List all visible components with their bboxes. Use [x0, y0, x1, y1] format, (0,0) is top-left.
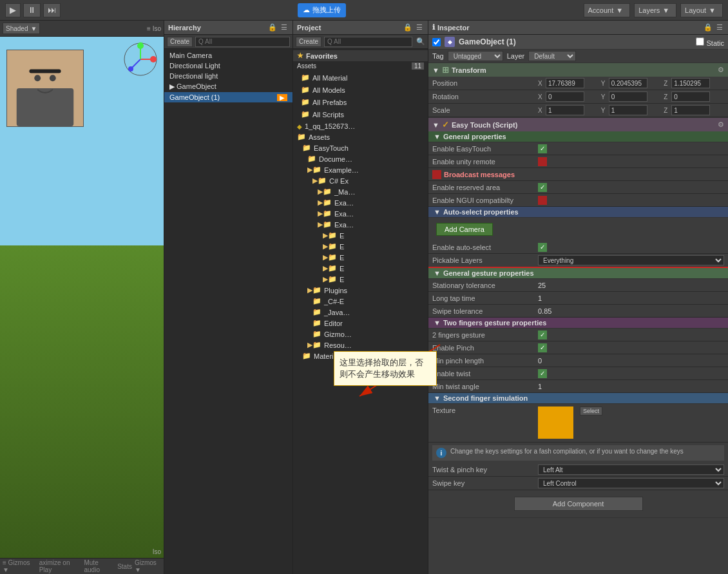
enable-easy-touch-check[interactable]: ✓ — [538, 144, 547, 153]
enable-reserved-check[interactable]: ✓ — [538, 183, 547, 192]
two-fingers-gesture-row: 2 fingers gesture ✓ — [428, 329, 728, 341]
ma-folder[interactable]: ▶📁 _Ma… — [314, 186, 428, 197]
layer-select[interactable]: Default — [528, 51, 576, 61]
enable-unity-remote-check[interactable] — [538, 157, 547, 166]
mute-audio-btn[interactable]: Mute audio — [84, 559, 112, 573]
rotation-z-input[interactable] — [671, 91, 710, 102]
twist-pinch-key-select[interactable]: Left Alt — [538, 464, 724, 475]
scale-x-input[interactable] — [546, 105, 584, 115]
csharp-e-folder[interactable]: 📁 _C#-E — [309, 296, 428, 307]
two-fingers-gesture-check[interactable]: ✓ — [538, 330, 547, 340]
assets-folder[interactable]: 📁 Assets — [293, 131, 428, 142]
rotation-x-input[interactable] — [546, 91, 584, 102]
position-z-input[interactable] — [671, 78, 710, 88]
add-component-button[interactable]: Add Component — [514, 497, 643, 511]
project-file-ref[interactable]: ◆ 1_qq_152673… — [293, 121, 428, 131]
hierarchy-item-dir-light1[interactable]: Directional Light — [164, 61, 292, 71]
transform-header[interactable]: ▼ ⊞ Transform ⚙ — [428, 63, 728, 77]
auto-select-header[interactable]: ▼ Auto-select properties — [428, 207, 728, 218]
exa2-folder[interactable]: ▶📁 Exa… — [314, 208, 428, 219]
pickable-layers-select[interactable]: Everything — [538, 255, 724, 265]
easytouch-folder[interactable]: 📁 EasyTouch — [298, 142, 428, 153]
e5-folder[interactable]: ▶📁 E — [319, 274, 428, 285]
enable-twist-check[interactable]: ✓ — [538, 369, 547, 378]
fav-all-materials[interactable]: 📁 All Material — [297, 72, 351, 83]
hierarchy-item-dir-light2[interactable]: Directional light — [164, 71, 292, 81]
texture-select-button[interactable]: Select — [580, 407, 602, 416]
transform-gear-icon[interactable]: ⚙ — [718, 66, 724, 74]
project-lock-icon[interactable]: 🔒 — [402, 23, 414, 32]
plugins-folder[interactable]: ▶📁 Plugins — [303, 285, 428, 296]
rotation-y-input[interactable] — [609, 91, 647, 102]
easy-touch-icon: ✓ — [442, 120, 449, 129]
scale-y-input[interactable] — [609, 105, 647, 115]
layers-dropdown[interactable]: Layers ▼ — [634, 3, 676, 17]
two-fingers-header[interactable]: ▼ Two fingers gesture properties — [428, 318, 728, 329]
docume-folder[interactable]: 📁 Docume… — [303, 153, 428, 164]
add-camera-button[interactable]: Add Camera — [436, 223, 493, 236]
stats-btn[interactable]: Stats — [117, 563, 132, 570]
example-folder[interactable]: ▶📁 Example… — [303, 164, 428, 175]
enable-ngui-check[interactable] — [538, 196, 547, 205]
static-checkbox[interactable] — [696, 37, 704, 46]
account-label: Account — [588, 6, 614, 14]
editor-folder[interactable]: 📁 Editor — [309, 318, 428, 329]
fav-all-scripts[interactable]: 📁 All Scripts — [297, 109, 351, 120]
play-button[interactable]: ▶ — [5, 3, 21, 17]
hierarchy-create-btn[interactable]: Create — [167, 37, 193, 47]
exa1-folder[interactable]: ▶📁 Exa… — [314, 197, 428, 208]
position-x-input[interactable] — [546, 78, 584, 88]
cloud-upload-area[interactable]: ☁ 拖拽上传 — [298, 3, 346, 17]
resources-folder[interactable]: ▶📁 Resou… — [303, 340, 428, 350]
e3-folder[interactable]: ▶📁 E — [319, 252, 428, 263]
swipe-key-select[interactable]: Left Control — [538, 478, 724, 488]
java-folder[interactable]: 📁 _Java… — [309, 307, 428, 318]
account-dropdown[interactable]: Account ▼ — [584, 3, 631, 17]
gizmos-btn[interactable]: Gizmos ▼ — [135, 559, 161, 573]
hierarchy-item-gameobject[interactable]: ▶ GameObject — [164, 81, 292, 92]
folder-icon: 📁 — [312, 297, 321, 305]
project-create-btn[interactable]: Create — [296, 37, 321, 47]
hierarchy-menu-icon[interactable]: ☰ — [280, 23, 289, 32]
hierarchy-item-gameobject1[interactable]: GameObject (1) ▶ — [164, 92, 292, 102]
obj-active-checkbox[interactable] — [432, 38, 441, 46]
e1-folder[interactable]: ▶📁 E — [319, 230, 428, 241]
star-icon: ★ — [297, 52, 303, 60]
gizmo-folder[interactable]: 📁 Gizmo… — [309, 329, 428, 340]
e2-folder[interactable]: ▶📁 E — [319, 241, 428, 252]
fav-all-prefabs[interactable]: 📁 All Prefabs — [297, 97, 351, 108]
general-gesture-header[interactable]: ▼ General gesture properties — [428, 268, 728, 279]
scene-shaded-dropdown[interactable]: Shaded ▼ — [3, 23, 40, 34]
pause-button[interactable]: ⏸ — [23, 3, 41, 17]
info-text: Change the keys settings for a fash comp… — [450, 448, 684, 455]
scale-z-input[interactable] — [671, 105, 710, 115]
exa3-folder[interactable]: ▶📁 Exa… — [314, 219, 428, 230]
hierarchy-item-main-camera[interactable]: Main Camera — [164, 50, 292, 61]
easy-touch-header[interactable]: ▼ ✓ Easy Touch (Script) ⚙ — [428, 118, 728, 131]
enable-auto-select-check[interactable]: ✓ — [538, 243, 547, 252]
hierarchy-lock-icon[interactable]: 🔒 — [267, 23, 278, 32]
project-search-input[interactable] — [324, 37, 412, 47]
project-panel: Project 🔒 ☰ Create 🔍 ★ ••• ★ Favorites A… — [293, 21, 428, 574]
easy-touch-gear-icon[interactable]: ⚙ — [718, 120, 724, 129]
hierarchy-toolbar: Create — [164, 35, 292, 49]
hierarchy-search-input[interactable] — [195, 37, 290, 47]
project-content: ★ Favorites Assets 11 📁 All Material 📁 A… — [293, 49, 428, 574]
enable-pinch-check[interactable]: ✓ — [538, 343, 547, 352]
folder-icon: 📁 — [301, 98, 310, 106]
tag-select[interactable]: Untagged — [448, 51, 503, 61]
project-menu-icon[interactable]: ☰ — [415, 23, 424, 32]
inspector-menu-icon[interactable]: ☰ — [715, 23, 724, 32]
e4-folder[interactable]: ▶📁 E — [319, 263, 428, 274]
scale-y-field: Y — [601, 105, 662, 115]
inspector-lock-icon[interactable]: 🔒 — [702, 23, 714, 32]
csharp-folder[interactable]: ▶📁 C# Ex — [309, 175, 428, 186]
position-y-input[interactable] — [609, 78, 647, 88]
step-button[interactable]: ⏭ — [43, 3, 61, 17]
project-search-icon[interactable]: 🔍 — [415, 37, 426, 46]
general-props-header[interactable]: ▼ General properties — [428, 131, 728, 142]
second-finger-header[interactable]: ▼ Second finger simulation — [428, 393, 728, 404]
layout-dropdown[interactable]: Layout ▼ — [680, 3, 723, 17]
maximize-on-play[interactable]: aximize on Play — [39, 559, 79, 573]
fav-all-models[interactable]: 📁 All Models — [297, 84, 351, 95]
